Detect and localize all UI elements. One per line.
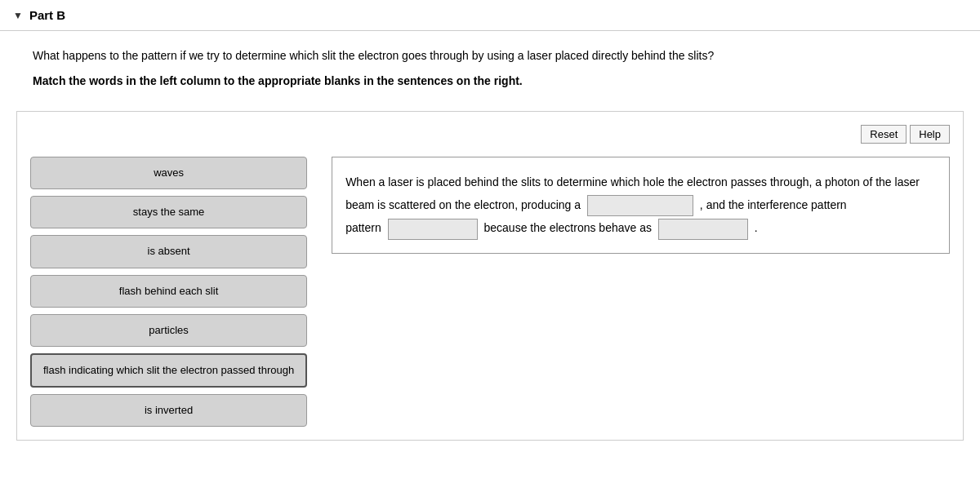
drop-box-3[interactable]	[658, 219, 748, 240]
drag-item-stays-the-same[interactable]: stays the same	[30, 196, 307, 228]
match-body: waves stays the same is absent flash beh…	[30, 157, 950, 427]
chevron-icon: ▼	[13, 10, 23, 21]
right-column: When a laser is placed behind the slits …	[332, 157, 950, 254]
help-button[interactable]: Help	[910, 125, 950, 144]
drag-item-flash-indicating[interactable]: flash indicating which slit the electron…	[30, 353, 307, 388]
sentence-part4: .	[755, 221, 758, 234]
top-right-buttons: Reset Help	[30, 125, 950, 144]
reset-button[interactable]: Reset	[861, 125, 906, 144]
part-title: Part B	[29, 8, 65, 22]
left-column: waves stays the same is absent flash beh…	[30, 157, 307, 427]
drag-item-is-absent[interactable]: is absent	[30, 235, 307, 268]
question-section: What happens to the pattern if we try to…	[0, 31, 980, 111]
sentence-pattern-label: pattern	[345, 221, 381, 234]
match-container: Reset Help waves stays the same is absen…	[16, 111, 964, 441]
drag-item-is-inverted[interactable]: is inverted	[30, 394, 307, 427]
drag-item-particles[interactable]: particles	[30, 314, 307, 347]
drag-item-waves[interactable]: waves	[30, 157, 307, 189]
sentence-part3: because the electrons behave as	[484, 221, 652, 234]
drop-box-1[interactable]	[587, 195, 693, 216]
instruction-text: Match the words in the left column to th…	[33, 73, 947, 90]
question-text: What happens to the pattern if we try to…	[33, 47, 947, 64]
sentence-part2: , and the interference pattern	[700, 198, 847, 211]
drag-item-flash-behind[interactable]: flash behind each slit	[30, 275, 307, 308]
part-header: ▼ Part B	[0, 0, 980, 31]
drop-box-2[interactable]	[388, 219, 478, 240]
